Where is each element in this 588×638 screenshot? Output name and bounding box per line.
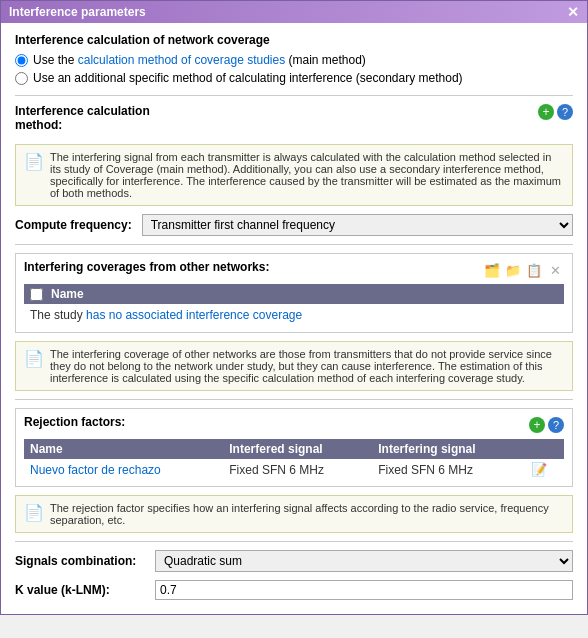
radio1-label: Use the calculation method of coverage s… xyxy=(33,53,366,67)
interfering-coverages-icons: 🗂️ 📁 📋 ✕ xyxy=(483,261,564,279)
interfering-coverages-title: Interfering coverages from other network… xyxy=(24,260,269,274)
rejection-info-text: The rejection factor specifies how an in… xyxy=(50,502,564,526)
section2-info-box: 📄 The interfering signal from each trans… xyxy=(15,144,573,206)
row-edit[interactable]: 📝 xyxy=(525,459,564,480)
add-icon[interactable]: + xyxy=(538,104,554,120)
delete-icon: ✕ xyxy=(546,261,564,279)
section2-title: Interference calculationmethod: xyxy=(15,104,150,132)
content-area: Interference calculation of network cove… xyxy=(1,23,587,614)
folder1-icon[interactable]: 🗂️ xyxy=(483,261,501,279)
radio-secondary-method[interactable] xyxy=(15,72,28,85)
info-icon: 📄 xyxy=(24,152,44,199)
divider-4 xyxy=(15,541,573,542)
row-interfered: Fixed SFN 6 MHz xyxy=(223,459,372,480)
radio2-label: Use an additional specific method of cal… xyxy=(33,71,463,85)
copy-icon: 📋 xyxy=(525,261,543,279)
help-icon[interactable]: ? xyxy=(557,104,573,120)
row-name: Nuevo factor de rechazo xyxy=(24,459,223,480)
signals-combination-select[interactable]: Quadratic sum Linear sum Maximum xyxy=(155,550,573,572)
rejection-factors-header: Rejection factors: + ? xyxy=(24,415,564,435)
rejection-factors-title: Rejection factors: xyxy=(24,415,125,429)
close-button[interactable]: ✕ xyxy=(567,5,579,19)
compute-freq-select[interactable]: Transmitter first channel frequency xyxy=(142,214,573,236)
interfering-table-header: Name xyxy=(24,284,564,304)
table-header-name: Name xyxy=(51,287,84,301)
divider-2 xyxy=(15,244,573,245)
interfering-info-box: 📄 The interfering coverage of other netw… xyxy=(15,341,573,391)
signals-combination-row: Signals combination: Quadratic sum Linea… xyxy=(15,550,573,572)
rejection-table-header-row: Name Interfered signal Interfering signa… xyxy=(24,439,564,459)
select-all-checkbox[interactable] xyxy=(30,288,43,301)
rejection-table: Name Interfered signal Interfering signa… xyxy=(24,439,564,480)
radio-item-2: Use an additional specific method of cal… xyxy=(15,71,573,85)
radio1-link[interactable]: calculation method of coverage studies xyxy=(78,53,285,67)
section2-icons: + ? xyxy=(538,104,573,120)
table-row: Nuevo factor de rechazo Fixed SFN 6 MHz … xyxy=(24,459,564,480)
edit-icon[interactable]: 📝 xyxy=(531,462,547,477)
title-bar: Interference parameters ✕ xyxy=(1,1,587,23)
radio-main-method[interactable] xyxy=(15,54,28,67)
col-interfered: Interfered signal xyxy=(223,439,372,459)
rejection-factors-icons: + ? xyxy=(529,417,564,433)
section1-title: Interference calculation of network cove… xyxy=(15,33,573,47)
interfering-info-icon: 📄 xyxy=(24,349,44,384)
divider-1 xyxy=(15,95,573,96)
compute-freq-label: Compute frequency: xyxy=(15,218,132,232)
col-actions xyxy=(525,439,564,459)
table-empty-row: The study has no associated interference… xyxy=(24,304,564,326)
compute-freq-row: Compute frequency: Transmitter first cha… xyxy=(15,214,573,236)
interfering-coverages-header: Interfering coverages from other network… xyxy=(24,260,564,280)
col-name: Name xyxy=(24,439,223,459)
interfering-coverages-box: Interfering coverages from other network… xyxy=(15,253,573,333)
k-value-label: K value (k-LNM): xyxy=(15,583,145,597)
radio-item-1: Use the calculation method of coverage s… xyxy=(15,53,573,67)
rejection-help-icon[interactable]: ? xyxy=(548,417,564,433)
col-interfering: Interfering signal xyxy=(372,439,525,459)
no-coverage-link[interactable]: has no associated interference coverage xyxy=(86,308,302,322)
row-interfering: Fixed SFN 6 MHz xyxy=(372,459,525,480)
interference-parameters-window: Interference parameters ✕ Interference c… xyxy=(0,0,588,615)
k-value-input[interactable]: 0.7 xyxy=(155,580,573,600)
rejection-info-icon: 📄 xyxy=(24,503,44,526)
signals-combination-label: Signals combination: xyxy=(15,554,145,568)
window-title: Interference parameters xyxy=(9,5,146,19)
interfering-info-text: The interfering coverage of other networ… xyxy=(50,348,564,384)
rejection-info-box: 📄 The rejection factor specifies how an … xyxy=(15,495,573,533)
rejection-add-icon[interactable]: + xyxy=(529,417,545,433)
k-value-row: K value (k-LNM): 0.7 xyxy=(15,580,573,600)
radio-group: Use the calculation method of coverage s… xyxy=(15,53,573,85)
divider-3 xyxy=(15,399,573,400)
section2-header-row: Interference calculationmethod: + ? xyxy=(15,104,573,138)
section2-info-text: The interfering signal from each transmi… xyxy=(50,151,564,199)
folder2-icon[interactable]: 📁 xyxy=(504,261,522,279)
rejection-factors-box: Rejection factors: + ? Name Interfered s… xyxy=(15,408,573,487)
